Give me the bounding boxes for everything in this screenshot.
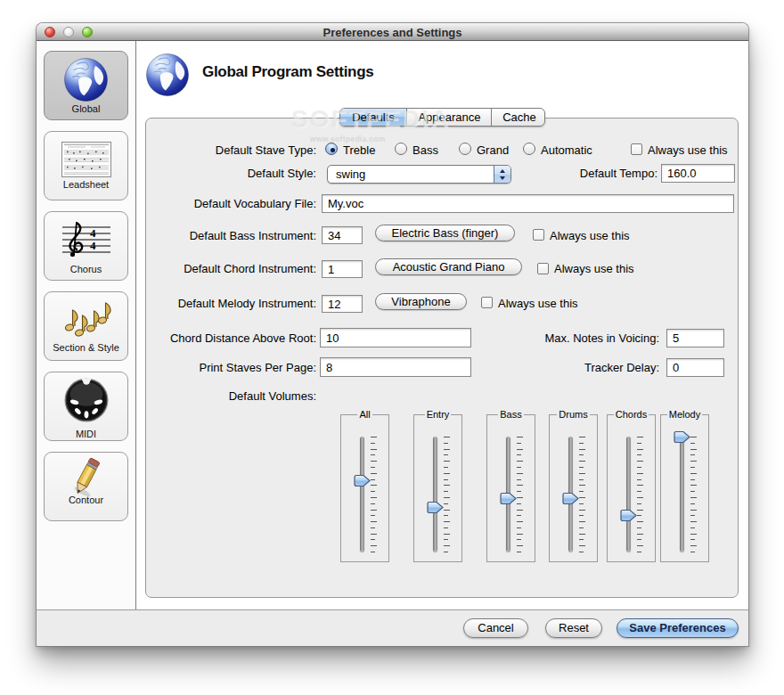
svg-text:4: 4 bbox=[90, 239, 96, 252]
svg-text:4: 4 bbox=[90, 226, 96, 240]
